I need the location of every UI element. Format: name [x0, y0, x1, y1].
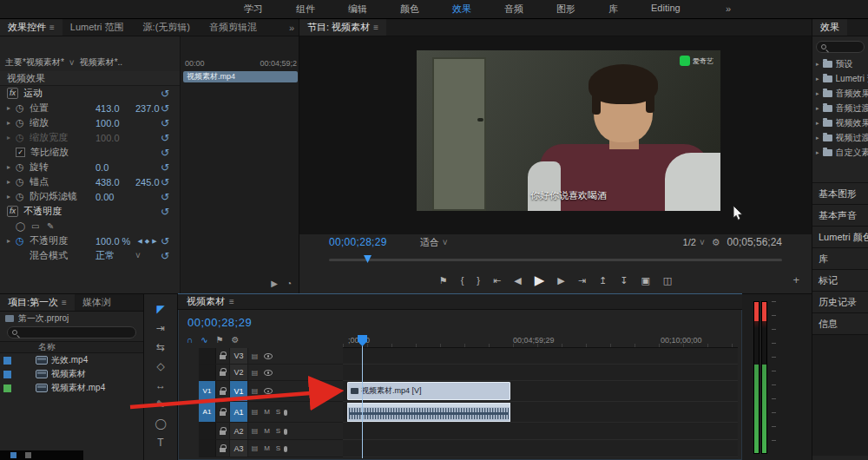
- prop-uniform-scale[interactable]: ✓ 等比缩放 ↺: [0, 145, 180, 160]
- project-search[interactable]: [7, 326, 136, 338]
- workspace-tab[interactable]: 库: [592, 3, 635, 16]
- video-frame[interactable]: 爱奇艺 你好你说喜欢喝酒: [417, 50, 720, 211]
- panel-group-header[interactable]: 历史记录: [812, 291, 868, 312]
- go-to-out-icon[interactable]: ⇥: [578, 275, 586, 286]
- taskbar-fragment[interactable]: [0, 450, 83, 460]
- selection-tool[interactable]: ◤: [156, 303, 164, 314]
- stopwatch-icon[interactable]: ◷: [16, 117, 30, 128]
- chevron-right-icon[interactable]: ▸: [816, 120, 819, 127]
- panel-tab[interactable]: Lumetri 范围: [62, 19, 135, 36]
- anchor-y-value[interactable]: 245.0: [135, 177, 163, 187]
- fit-dropdown[interactable]: 适合 ˅: [420, 236, 448, 249]
- rotation-value[interactable]: 0.0: [95, 162, 123, 173]
- chevron-right-icon[interactable]: ▸: [816, 149, 819, 156]
- antiflicker-value[interactable]: 0.00: [95, 192, 123, 202]
- timeline-timecode[interactable]: 00;00;28;29: [187, 316, 252, 329]
- effects-folder[interactable]: ▸ 预设: [812, 56, 868, 71]
- lock-icon[interactable]: [216, 388, 229, 395]
- mute-button[interactable]: M: [261, 408, 273, 416]
- panel-tab[interactable]: 源:(无剪辑): [135, 19, 201, 36]
- effects-folder[interactable]: ▸ 视频效果: [812, 115, 868, 130]
- label-color-chip[interactable]: [3, 357, 11, 365]
- track-name[interactable]: A3: [229, 440, 248, 457]
- checkbox-checked-icon[interactable]: ✓: [16, 148, 25, 157]
- hand-tool[interactable]: ◯: [155, 417, 166, 429]
- track-lane-v2[interactable]: [343, 365, 738, 381]
- track-name[interactable]: A2: [229, 423, 248, 439]
- sequence-clip-label[interactable]: 视频素材*..: [80, 56, 122, 69]
- play-around-icon[interactable]: ▶: [271, 279, 278, 288]
- chevron-right-icon[interactable]: ▸: [816, 76, 819, 82]
- workspace-tab[interactable]: 图形: [540, 3, 592, 16]
- mute-button[interactable]: M: [261, 444, 273, 452]
- lock-icon[interactable]: [216, 352, 229, 359]
- effects-folder[interactable]: ▸ 视频过渡: [812, 130, 868, 145]
- panel-tab[interactable]: 媒体浏: [75, 294, 122, 312]
- reset-icon[interactable]: ↺: [161, 176, 169, 188]
- track-lane-a1[interactable]: [343, 402, 738, 423]
- export-frame-icon[interactable]: ▣: [641, 275, 649, 286]
- workspace-tab[interactable]: 学习: [227, 3, 279, 16]
- position-x-value[interactable]: 413.0: [95, 103, 123, 114]
- project-breadcrumb[interactable]: 第一次.prproj: [0, 312, 143, 325]
- mute-button[interactable]: M: [261, 427, 273, 435]
- audio-clip[interactable]: [347, 403, 510, 422]
- timeline-tab[interactable]: 视频素材: [187, 295, 225, 308]
- source-patch[interactable]: [199, 440, 216, 457]
- prop-scale[interactable]: ▸ ◷ 缩放 100.0 ↺: [0, 115, 180, 130]
- scale-value[interactable]: 100.0: [95, 118, 123, 128]
- chevron-right-icon[interactable]: ▸: [816, 61, 819, 68]
- resolution-dropdown[interactable]: 1/2 ˅: [683, 237, 705, 247]
- chevron-right-icon[interactable]: ▸: [816, 105, 819, 112]
- master-clip-label[interactable]: 主要*视频素材*: [5, 56, 64, 69]
- source-patch[interactable]: [199, 348, 216, 364]
- panel-group-header[interactable]: 基本图形: [812, 182, 868, 204]
- type-tool[interactable]: T: [157, 437, 163, 448]
- video-track-header[interactable]: V1 V1 ▤: [199, 381, 343, 402]
- slip-tool[interactable]: ↔: [155, 379, 166, 391]
- eye-icon[interactable]: [261, 353, 274, 359]
- mark-out-icon[interactable]: }: [477, 275, 480, 286]
- workspace-tab[interactable]: 音频: [488, 3, 540, 16]
- track-lane-a2[interactable]: [343, 423, 738, 440]
- sync-lock-icon[interactable]: ▤: [248, 387, 261, 395]
- workspace-tab[interactable]: 编辑: [332, 3, 384, 16]
- video-effects-section[interactable]: 视频效果: [0, 71, 180, 86]
- panel-group-header[interactable]: 标记: [812, 269, 868, 291]
- track-lane-v3[interactable]: [343, 348, 738, 365]
- menubar-overflow[interactable]: »: [726, 3, 731, 14]
- track-name[interactable]: V1: [229, 381, 248, 401]
- add-keyframe-icon[interactable]: ◆: [145, 238, 149, 245]
- solo-button[interactable]: S: [273, 408, 284, 416]
- panel-group-header[interactable]: Lumetri 颜色: [812, 226, 868, 247]
- mic-icon[interactable]: [284, 426, 287, 437]
- source-patch[interactable]: [199, 423, 216, 439]
- sync-lock-icon[interactable]: ▤: [248, 444, 261, 452]
- chevron-right-icon[interactable]: ▸: [7, 163, 16, 171]
- ellipse-mask-icon[interactable]: ◯: [16, 221, 31, 231]
- stopwatch-icon[interactable]: ◷: [16, 191, 30, 202]
- workspace-tab[interactable]: 效果: [436, 3, 488, 16]
- audio-track-header[interactable]: A3 ▤ M S: [199, 440, 343, 457]
- add-marker-icon[interactable]: ⚑: [216, 335, 224, 345]
- reset-icon[interactable]: ↺: [161, 206, 169, 218]
- search-input[interactable]: [830, 43, 859, 51]
- reset-icon[interactable]: ↺: [161, 88, 169, 100]
- reset-icon[interactable]: ↺: [161, 147, 169, 159]
- audio-track-header[interactable]: A2 ▤ M S: [199, 423, 343, 440]
- sync-lock-icon[interactable]: ▤: [248, 408, 261, 416]
- panel-group-header[interactable]: 信息: [812, 312, 868, 334]
- workspace-tab[interactable]: 颜色: [384, 3, 436, 16]
- track-select-tool[interactable]: ⇥: [156, 322, 165, 333]
- reset-icon[interactable]: ↺: [161, 132, 169, 144]
- search-input[interactable]: [21, 328, 131, 337]
- prop-opacity[interactable]: ▸ ◷ 不透明度 100.0 % ◀ ◆ ▶ ↺: [0, 233, 180, 248]
- source-patch[interactable]: V1: [199, 381, 216, 401]
- effects-folder[interactable]: ▸ Lumetri 预: [812, 71, 868, 86]
- stopwatch-icon[interactable]: ◷: [16, 102, 30, 114]
- mark-in-icon[interactable]: {: [461, 275, 464, 286]
- track-lane-v1[interactable]: 视频素材.mp4 [V]: [343, 381, 738, 402]
- chevron-down-icon[interactable]: ˅: [135, 251, 141, 260]
- pen-tool[interactable]: ✎: [156, 398, 165, 410]
- timeline-ruler[interactable]: ;00;00 00;04;59;29 00;10;00;00: [343, 335, 738, 348]
